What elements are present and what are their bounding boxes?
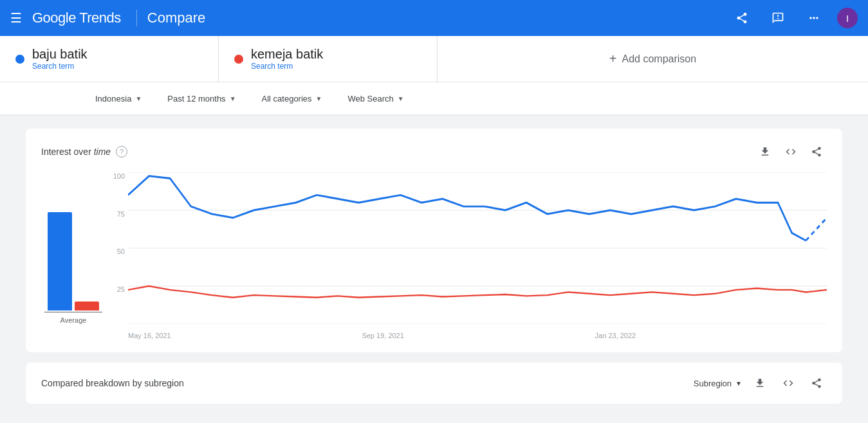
card-title: Interest over time — [41, 147, 111, 157]
menu-icon[interactable]: ☰ — [10, 10, 22, 26]
line-chart-area: 100 75 50 25 — [106, 172, 827, 339]
chart-container: Average 100 75 50 25 — [41, 172, 827, 339]
apps-nav-icon[interactable] — [801, 5, 827, 31]
y-label-75: 75 — [106, 210, 125, 218]
y-label-100: 100 — [106, 172, 125, 180]
time-filter[interactable]: Past 12 months ▼ — [162, 90, 241, 107]
x-axis: May 16, 2021 Sep 19, 2021 Jan 23, 2022 — [128, 332, 827, 339]
help-icon[interactable]: ? — [116, 146, 127, 158]
search-term-2: kemeja batik Search term — [219, 36, 438, 82]
term-1-name: baju batik — [32, 47, 88, 62]
category-arrow-icon: ▼ — [316, 95, 322, 102]
subregion-card-actions: Subregion ▼ — [694, 373, 827, 393]
chart-svg-wrap — [128, 172, 827, 324]
subregion-card: Compared breakdown by subregion Subregio… — [26, 363, 842, 404]
term-1-type: Search term — [32, 62, 88, 71]
topnav: ☰ Google Trends Compare I — [0, 0, 868, 36]
term-1-dot — [15, 55, 24, 64]
search-terms-bar: baju batik Search term kemeja batik Sear… — [0, 36, 868, 82]
card-actions — [755, 141, 827, 162]
blue-line-dotted — [806, 218, 827, 240]
category-filter[interactable]: All categories ▼ — [257, 90, 328, 107]
x-label-2: Sep 19, 2021 — [362, 332, 403, 339]
search-term-1: baju batik Search term — [0, 36, 219, 82]
term-2-name: kemeja batik — [251, 47, 323, 62]
subregion-label: Subregion — [694, 379, 732, 388]
y-label-50: 50 — [106, 248, 125, 255]
y-axis: 100 75 50 25 — [106, 172, 125, 324]
share-nav-icon[interactable] — [729, 5, 755, 31]
bar-chart-average: Average — [41, 172, 106, 339]
chart-svg — [128, 172, 827, 324]
download-button[interactable] — [755, 141, 775, 162]
search-type-arrow-icon: ▼ — [398, 95, 404, 102]
bar-divider — [44, 312, 102, 312]
red-average-bar — [75, 302, 99, 310]
add-comparison-label: Add comparison — [622, 53, 697, 65]
term-2-type: Search term — [251, 62, 323, 71]
search-type-label: Web Search — [347, 94, 393, 104]
filters-bar: Indonesia ▼ Past 12 months ▼ All categor… — [0, 82, 868, 116]
feedback-nav-icon[interactable] — [765, 5, 791, 31]
main-content: Interest over time ? — [0, 116, 868, 417]
subregion-share-button[interactable] — [806, 373, 827, 393]
bars — [48, 195, 99, 310]
subregion-embed-button[interactable] — [778, 373, 799, 393]
user-avatar[interactable]: I — [837, 8, 858, 28]
subregion-download-button[interactable] — [750, 373, 770, 393]
x-label-1: May 16, 2021 — [128, 332, 171, 339]
term-2-text: kemeja batik Search term — [251, 47, 323, 71]
region-filter[interactable]: Indonesia ▼ — [90, 90, 147, 107]
average-label: Average — [60, 316, 87, 324]
subregion-arrow-icon: ▼ — [735, 380, 742, 387]
share-button[interactable] — [806, 141, 827, 162]
blue-line — [128, 176, 806, 240]
search-type-filter[interactable]: Web Search ▼ — [342, 90, 409, 107]
app-logo: Google Trends — [32, 10, 121, 26]
subregion-card-title: Compared breakdown by subregion — [41, 378, 184, 388]
card-header: Interest over time ? — [41, 141, 827, 162]
term-1-text: baju batik Search term — [32, 47, 88, 71]
embed-button[interactable] — [780, 141, 801, 162]
subregion-filter[interactable]: Subregion ▼ — [694, 379, 742, 388]
time-label: Past 12 months — [167, 94, 225, 104]
card-title-area: Interest over time ? — [41, 146, 127, 158]
category-label: All categories — [262, 94, 312, 104]
region-arrow-icon: ▼ — [135, 95, 142, 102]
blue-average-bar — [48, 212, 72, 310]
x-label-3: Jan 23, 2022 — [595, 332, 636, 339]
y-label-25: 25 — [106, 285, 125, 293]
add-comparison-button[interactable]: + Add comparison — [438, 36, 868, 82]
term-2-dot — [234, 55, 243, 64]
interest-over-time-card: Interest over time ? — [26, 129, 842, 352]
page-title: Compare — [136, 10, 205, 26]
red-line — [128, 286, 827, 298]
time-arrow-icon: ▼ — [230, 95, 236, 102]
add-plus-icon: + — [609, 51, 617, 66]
region-label: Indonesia — [95, 94, 131, 104]
